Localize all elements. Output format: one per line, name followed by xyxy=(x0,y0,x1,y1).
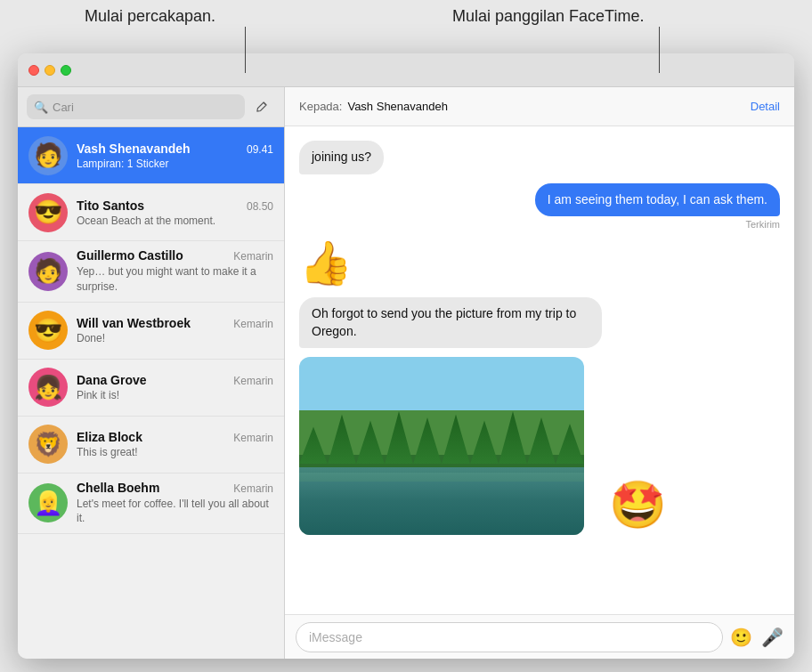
memoji-sticker: 🤩 xyxy=(609,482,662,535)
avatar-dana: 👧 xyxy=(28,368,68,407)
imessage-input[interactable]: iMessage xyxy=(296,622,723,652)
conv-info-will: Will van Westbroek Kemarin Done! xyxy=(77,316,273,344)
avatar-tito: 😎 xyxy=(28,193,68,232)
annotation-line-1 xyxy=(245,27,246,73)
avatar-will: 😎 xyxy=(28,311,68,350)
traffic-lights xyxy=(28,65,71,76)
conversation-item-dana[interactable]: 👧 Dana Grove Kemarin Pink it is! xyxy=(18,360,284,417)
bubble-forgot: Oh forgot to send you the picture from m… xyxy=(299,297,602,348)
conv-name-chella: Chella Boehm xyxy=(77,481,159,495)
conv-info-tito: Tito Santos 08.50 Ocean Beach at the mom… xyxy=(77,198,273,227)
emoji-thumbsup: 👍 xyxy=(299,242,353,285)
search-icon: 🔍 xyxy=(34,101,48,114)
title-bar xyxy=(18,53,794,87)
chat-input-area: iMessage 🙂 🎤 xyxy=(285,614,794,659)
conv-preview-chella: Let's meet for coffee. I'll tell you all… xyxy=(77,497,273,527)
annotation-facetime: Mulai panggilan FaceTime. xyxy=(452,7,644,26)
chat-header: Kepada: Vash Shenavandeh Detail xyxy=(285,87,794,126)
conv-name-will: Will van Westbroek xyxy=(77,316,191,330)
annotation-line-2 xyxy=(659,27,660,73)
avatar-vash: 🧑 xyxy=(28,136,68,175)
chat-detail-button[interactable]: Detail xyxy=(751,100,780,113)
search-bar-container[interactable]: 🔍 Cari xyxy=(27,94,245,119)
chat-messages: joining us? I am seeing them today, I ca… xyxy=(285,126,794,614)
conv-preview-guillermo: Yep… but you might want to make it a sur… xyxy=(77,264,273,295)
chat-recipient: Vash Shenavandeh xyxy=(347,100,750,113)
conv-info-chella: Chella Boehm Kemarin Let's meet for coff… xyxy=(77,481,273,527)
bubble-seeing: I am seeing them today, I can ask them. xyxy=(535,183,780,217)
search-placeholder: Cari xyxy=(53,101,74,114)
message-status-terkirim: Terkirim xyxy=(746,219,781,230)
conv-name-dana: Dana Grove xyxy=(77,373,147,387)
chat-panel: Kepada: Vash Shenavandeh Detail joining … xyxy=(285,87,794,659)
conv-info-dana: Dana Grove Kemarin Pink it is! xyxy=(77,373,273,401)
conv-preview-eliza: This is great! xyxy=(77,446,273,458)
chat-to-label: Kepada: xyxy=(299,100,342,113)
sidebar-search-bar: 🔍 Cari xyxy=(18,87,284,127)
conv-preview-dana: Pink it is! xyxy=(77,389,273,401)
avatar-chella: 👱‍♀️ xyxy=(28,483,68,522)
conversation-item-chella[interactable]: 👱‍♀️ Chella Boehm Kemarin Let's meet for… xyxy=(18,474,284,535)
annotation-mulai-percakapan: Mulai percakapan. xyxy=(85,7,215,26)
main-content: 🔍 Cari 🧑 Vash Shenavande xyxy=(18,87,794,659)
conv-name-vash: Vash Shenavandeh xyxy=(77,142,191,156)
conv-time-dana: Kemarin xyxy=(233,375,273,387)
conv-preview-tito: Ocean Beach at the moment. xyxy=(77,215,273,227)
conv-preview-vash: Lampiran: 1 Sticker xyxy=(77,158,273,170)
conversation-item-eliza[interactable]: 🦁 Eliza Block Kemarin This is great! xyxy=(18,417,284,474)
conv-time-guillermo: Kemarin xyxy=(233,250,273,263)
conv-time-eliza: Kemarin xyxy=(233,432,273,444)
conv-time-vash: 09.41 xyxy=(247,143,273,156)
conv-info-eliza: Eliza Block Kemarin This is great! xyxy=(77,430,273,458)
close-button[interactable] xyxy=(28,65,39,76)
minimize-button[interactable] xyxy=(45,65,55,76)
conv-name-guillermo: Guillermo Castillo xyxy=(77,248,183,263)
conversation-item-will[interactable]: 😎 Will van Westbroek Kemarin Done! xyxy=(18,303,284,360)
emoji-picker-icon[interactable]: 🙂 xyxy=(730,627,752,648)
photo-row: 🤩 xyxy=(299,357,645,535)
message-forgot: Oh forgot to send you the picture from m… xyxy=(299,297,780,348)
conv-time-chella: Kemarin xyxy=(233,482,273,495)
avatar-guillermo: 🧑 xyxy=(28,252,68,291)
compose-button[interactable] xyxy=(250,94,275,119)
conv-time-tito: 08.50 xyxy=(247,200,273,213)
conv-info-guillermo: Guillermo Castillo Kemarin Yep… but you … xyxy=(77,248,273,295)
fullscreen-button[interactable] xyxy=(61,65,71,76)
avatar-eliza: 🦁 xyxy=(28,425,68,464)
conversation-list: 🧑 Vash Shenavandeh 09.41 Lampiran: 1 Sti… xyxy=(18,127,284,659)
message-photo: 🤩 xyxy=(299,357,780,535)
photo-oregon[interactable] xyxy=(299,357,584,535)
message-joining: joining us? xyxy=(299,141,780,174)
conversation-item-vash[interactable]: 🧑 Vash Shenavandeh 09.41 Lampiran: 1 Sti… xyxy=(18,127,284,184)
message-thumbsup: 👍 xyxy=(299,239,780,288)
conv-info-vash: Vash Shenavandeh 09.41 Lampiran: 1 Stick… xyxy=(77,142,273,170)
sidebar: 🔍 Cari 🧑 Vash Shenavande xyxy=(18,87,285,659)
imessage-placeholder: iMessage xyxy=(309,630,362,644)
microphone-icon[interactable]: 🎤 xyxy=(761,627,784,648)
bubble-joining: joining us? xyxy=(299,141,384,174)
conversation-item-tito[interactable]: 😎 Tito Santos 08.50 Ocean Beach at the m… xyxy=(18,184,284,241)
conv-name-tito: Tito Santos xyxy=(77,198,144,213)
conversation-item-guillermo[interactable]: 🧑 Guillermo Castillo Kemarin Yep… but yo… xyxy=(18,241,284,303)
conv-time-will: Kemarin xyxy=(233,318,273,330)
message-seeing: I am seeing them today, I can ask them. … xyxy=(299,183,780,231)
landscape-reflection xyxy=(299,467,584,535)
input-actions: 🙂 🎤 xyxy=(730,627,784,648)
conv-preview-will: Done! xyxy=(77,332,273,344)
app-window: 🔍 Cari 🧑 Vash Shenavande xyxy=(18,53,794,659)
conv-name-eliza: Eliza Block xyxy=(77,430,142,444)
